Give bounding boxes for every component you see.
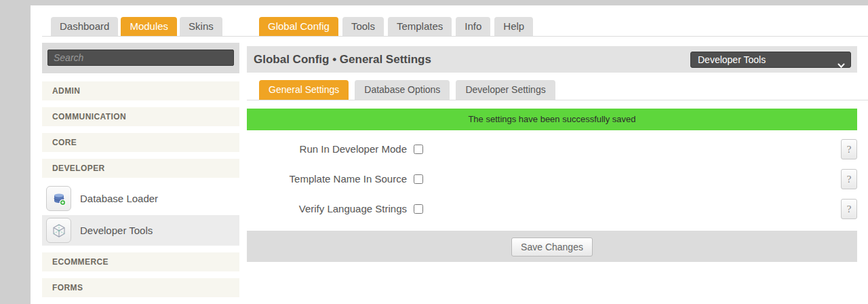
sidebar-category-admin[interactable]: ADMIN — [42, 81, 239, 100]
field-row-template-name-in-source: Template Name In Source ? — [247, 169, 857, 189]
form-footer: Save Changes — [247, 231, 857, 262]
run-in-developer-mode-checkbox[interactable] — [414, 145, 423, 154]
sidebar-category-developer[interactable]: DEVELOPER — [42, 159, 239, 178]
tab-database-options[interactable]: Database Options — [355, 80, 450, 100]
top-nav-left: Dashboard Modules Skins — [51, 17, 222, 36]
tab-dashboard[interactable]: Dashboard — [51, 17, 118, 36]
tab-modules[interactable]: Modules — [121, 17, 177, 36]
sidebar-item-label: Developer Tools — [80, 215, 153, 246]
chevron-down-icon — [837, 58, 845, 73]
top-nav-divider — [42, 36, 868, 37]
sidebar-category-communication[interactable]: COMMUNICATION — [42, 107, 239, 126]
tab-templates[interactable]: Templates — [388, 17, 452, 36]
database-add-icon — [46, 186, 71, 211]
tab-help[interactable]: Help — [494, 17, 533, 36]
top-nav-right: Global Config Tools Templates Info Help — [259, 17, 533, 36]
help-button[interactable]: ? — [841, 169, 857, 189]
tab-skins[interactable]: Skins — [180, 17, 222, 36]
help-button[interactable]: ? — [841, 139, 857, 159]
sidebar-category-ecommerce[interactable]: ECOMMERCE — [42, 252, 239, 271]
field-row-verify-language-strings: Verify Language Strings ? — [247, 199, 857, 219]
cube-icon — [46, 218, 71, 243]
sidebar-item-developer-tools[interactable]: Developer Tools — [42, 215, 239, 246]
page-title: Global Config • General Settings — [254, 46, 431, 73]
sub-nav-divider — [247, 100, 868, 100]
tab-tools[interactable]: Tools — [342, 17, 384, 36]
sidebar-item-database-loader[interactable]: Database Loader — [42, 183, 239, 214]
success-message: The settings have been successfully save… — [247, 109, 857, 130]
content-header: Global Config • General Settings Develop… — [247, 46, 857, 73]
search-input[interactable] — [47, 50, 234, 66]
tab-global-config[interactable]: Global Config — [259, 17, 338, 36]
sidebar-item-label: Database Loader — [80, 183, 158, 214]
tab-general-settings[interactable]: General Settings — [259, 80, 349, 100]
field-label: Verify Language Strings — [247, 199, 407, 219]
template-name-in-source-checkbox[interactable] — [414, 174, 423, 184]
field-label: Run In Developer Mode — [247, 139, 407, 159]
sidebar-category-core[interactable]: CORE — [42, 133, 239, 152]
settings-tabs: General Settings Database Options Develo… — [259, 80, 555, 100]
verify-language-strings-checkbox[interactable] — [414, 204, 423, 214]
help-button[interactable]: ? — [841, 199, 857, 219]
admin-page: Dashboard Modules Skins Global Config To… — [31, 5, 868, 304]
sidebar-category-forms[interactable]: FORMS — [42, 278, 239, 297]
module-select[interactable]: Developer Tools — [690, 52, 851, 68]
field-row-run-in-developer-mode: Run In Developer Mode ? — [247, 139, 857, 159]
field-label: Template Name In Source — [247, 169, 407, 189]
tab-info[interactable]: Info — [456, 17, 490, 36]
tab-developer-settings[interactable]: Developer Settings — [456, 80, 555, 100]
sidebar-search-container — [42, 43, 239, 73]
save-changes-button[interactable]: Save Changes — [511, 238, 593, 256]
module-select-value: Developer Tools — [698, 54, 766, 65]
